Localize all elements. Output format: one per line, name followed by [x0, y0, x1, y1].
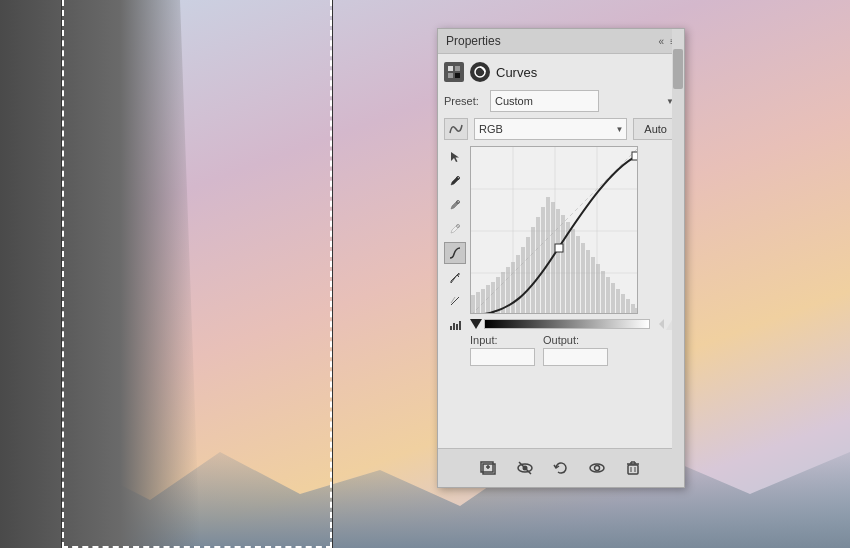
preset-select-wrapper: Custom Default Strong Contrast Linear Co…	[490, 90, 678, 112]
svg-rect-0	[448, 66, 453, 71]
curve-edit-tool[interactable]	[444, 242, 466, 264]
delete-button[interactable]	[620, 455, 646, 481]
svg-rect-68	[628, 465, 638, 474]
reset-button[interactable]	[548, 455, 574, 481]
svg-rect-37	[541, 207, 545, 314]
svg-rect-3	[455, 73, 460, 78]
svg-rect-1	[455, 66, 460, 71]
smooth-tool[interactable]	[444, 290, 466, 312]
svg-rect-28	[496, 277, 500, 314]
curves-graph[interactable]	[470, 146, 638, 314]
black-point-marker[interactable]	[470, 319, 482, 329]
svg-rect-46	[586, 250, 590, 314]
visibility-button[interactable]	[512, 455, 538, 481]
svg-rect-12	[453, 323, 455, 330]
svg-rect-35	[531, 227, 535, 314]
svg-rect-55	[631, 304, 635, 314]
svg-rect-48	[596, 264, 600, 314]
properties-panel: Properties « ≡ Curves	[437, 28, 685, 488]
svg-rect-47	[591, 257, 595, 314]
svg-rect-24	[476, 292, 480, 314]
svg-rect-51	[611, 283, 615, 314]
svg-rect-45	[581, 243, 585, 314]
output-label: Output:	[543, 334, 608, 346]
curves-tools	[444, 146, 466, 442]
panel-footer	[438, 448, 684, 487]
svg-rect-31	[511, 262, 515, 314]
rgb-select-wrapper: RGB Red Green Blue	[474, 118, 627, 140]
adjustment-icon	[444, 62, 464, 82]
input-value[interactable]	[470, 348, 535, 366]
panel-title: Properties	[446, 34, 501, 48]
io-row: Input: Output:	[470, 330, 678, 366]
svg-rect-52	[616, 289, 620, 314]
input-label: Input:	[470, 334, 535, 346]
output-gradient-slider	[470, 318, 678, 330]
pencil-tool[interactable]	[444, 266, 466, 288]
svg-rect-26	[486, 285, 490, 314]
castle-tower	[0, 0, 200, 548]
svg-rect-33	[521, 247, 525, 314]
output-field: Output:	[543, 334, 608, 366]
svg-rect-34	[526, 237, 530, 314]
clip-to-layer-button[interactable]	[476, 455, 502, 481]
eyedropper-white-tool[interactable]	[444, 218, 466, 240]
rgb-row: RGB Red Green Blue Auto	[444, 118, 678, 140]
svg-rect-53	[621, 294, 625, 314]
eyedropper-black-tool[interactable]	[444, 170, 466, 192]
curves-title: Curves	[496, 65, 537, 80]
panel-scrollbar[interactable]	[672, 29, 684, 487]
svg-rect-23	[471, 295, 475, 314]
svg-rect-41	[561, 215, 565, 314]
svg-rect-58	[632, 152, 638, 160]
curves-graph-container: Input: Output:	[470, 146, 678, 442]
view-previous-button[interactable]	[584, 455, 610, 481]
svg-rect-2	[448, 73, 453, 78]
channel-select[interactable]: RGB Red Green Blue	[474, 118, 627, 140]
panel-body: Curves Preset: Custom Default Strong Con…	[438, 54, 684, 448]
preset-label: Preset:	[444, 95, 484, 107]
svg-rect-25	[481, 289, 485, 314]
svg-rect-36	[536, 217, 540, 314]
svg-point-67	[595, 466, 600, 471]
svg-rect-54	[626, 299, 630, 314]
svg-rect-56	[635, 308, 638, 314]
svg-rect-11	[450, 326, 452, 330]
input-field: Input:	[470, 334, 535, 366]
white-point-marker[interactable]	[652, 319, 664, 329]
curves-header: Curves	[444, 60, 678, 84]
histogram-tool[interactable]	[444, 314, 466, 336]
svg-rect-43	[571, 229, 575, 314]
channel-icon-btn[interactable]	[444, 118, 468, 140]
output-value[interactable]	[543, 348, 608, 366]
svg-rect-14	[459, 321, 461, 330]
svg-rect-44	[576, 236, 580, 314]
svg-rect-38	[546, 197, 550, 314]
layer-icon	[470, 62, 490, 82]
svg-rect-50	[606, 277, 610, 314]
preset-row: Preset: Custom Default Strong Contrast L…	[444, 90, 678, 112]
collapse-button[interactable]: «	[659, 36, 665, 47]
output-gradient-bar	[484, 319, 650, 329]
svg-rect-49	[601, 271, 605, 314]
svg-rect-40	[556, 209, 560, 314]
svg-rect-32	[516, 255, 520, 314]
pointer-tool[interactable]	[444, 146, 466, 168]
eyedropper-gray-tool[interactable]	[444, 194, 466, 216]
curves-area: Input: Output:	[444, 146, 678, 442]
preset-select[interactable]: Custom Default Strong Contrast Linear Co…	[490, 90, 599, 112]
svg-rect-57	[555, 244, 563, 252]
svg-rect-13	[456, 324, 458, 330]
panel-titlebar: Properties « ≡	[438, 29, 684, 54]
scrollbar-thumb[interactable]	[673, 49, 683, 89]
svg-rect-27	[491, 282, 495, 314]
